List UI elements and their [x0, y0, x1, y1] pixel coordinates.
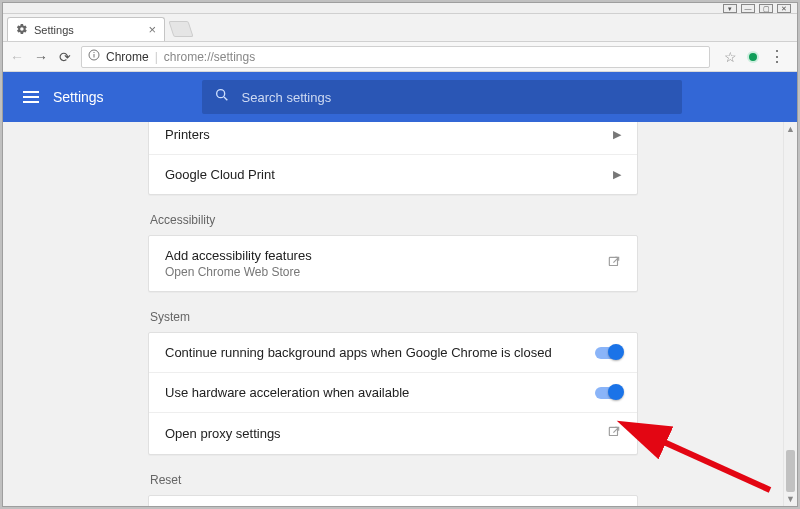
row-background-apps[interactable]: Continue running background apps when Go…	[149, 333, 637, 372]
scroll-track[interactable]	[784, 136, 797, 492]
settings-search[interactable]	[202, 80, 682, 114]
row-printers[interactable]: Printers ▶	[149, 122, 637, 154]
external-link-icon	[607, 425, 621, 442]
tab-strip: Settings ×	[3, 14, 797, 42]
nav-right: ☆ ⋮	[718, 49, 791, 65]
row-hardware-accel[interactable]: Use hardware acceleration when available	[149, 372, 637, 412]
toggle-hardware-accel[interactable]	[595, 387, 621, 399]
site-info-icon[interactable]	[88, 49, 100, 64]
system-card: Continue running background apps when Go…	[148, 332, 638, 455]
settings-title: Settings	[53, 89, 104, 105]
printing-card: Printers ▶ Google Cloud Print ▶	[148, 122, 638, 195]
search-icon	[214, 87, 230, 107]
chrome-window: ▾ — ▢ ✕ Settings × ← → ⟳ Chrome | chrome…	[2, 2, 798, 507]
forward-icon[interactable]: →	[33, 49, 49, 65]
svg-line-4	[224, 97, 227, 100]
row-sublabel: Open Chrome Web Store	[165, 265, 312, 279]
omnibox-url: chrome://settings	[164, 50, 255, 64]
extension-icon[interactable]	[747, 51, 759, 63]
row-add-accessibility[interactable]: Add accessibility features Open Chrome W…	[149, 236, 637, 291]
row-label: Open proxy settings	[165, 426, 281, 441]
row-google-cloud-print[interactable]: Google Cloud Print ▶	[149, 154, 637, 194]
row-reset[interactable]: Reset Restore settings to their original…	[149, 496, 637, 506]
omnibox-origin-label: Chrome	[106, 50, 149, 64]
close-window-button[interactable]: ✕	[777, 4, 791, 13]
settings-header: Settings	[3, 72, 797, 122]
account-button[interactable]: ▾	[723, 4, 737, 13]
row-label: Continue running background apps when Go…	[165, 345, 552, 360]
row-label: Use hardware acceleration when available	[165, 385, 409, 400]
accessibility-card: Add accessibility features Open Chrome W…	[148, 235, 638, 292]
section-heading-reset: Reset	[148, 473, 638, 487]
settings-content: Printers ▶ Google Cloud Print ▶ Accessib…	[3, 122, 797, 506]
scroll-thumb[interactable]	[786, 450, 795, 492]
row-label: Printers	[165, 127, 210, 142]
maximize-button[interactable]: ▢	[759, 4, 773, 13]
minimize-button[interactable]: —	[741, 4, 755, 13]
window-titlebar: ▾ — ▢ ✕	[3, 3, 797, 14]
back-icon[interactable]: ←	[9, 49, 25, 65]
vertical-scrollbar[interactable]: ▲ ▼	[783, 122, 797, 506]
row-proxy-settings[interactable]: Open proxy settings	[149, 412, 637, 454]
close-tab-icon[interactable]: ×	[148, 22, 156, 37]
scroll-up-icon[interactable]: ▲	[784, 122, 797, 136]
scroll-down-icon[interactable]: ▼	[784, 492, 797, 506]
svg-rect-5	[609, 257, 617, 265]
svg-rect-1	[94, 54, 95, 58]
omnibox[interactable]: Chrome | chrome://settings	[81, 46, 710, 68]
section-heading-accessibility: Accessibility	[148, 213, 638, 227]
row-label: Add accessibility features	[165, 248, 312, 263]
reload-icon[interactable]: ⟳	[57, 49, 73, 65]
search-input[interactable]	[242, 90, 670, 105]
svg-rect-6	[609, 427, 617, 435]
svg-point-3	[216, 90, 224, 98]
chevron-right-icon: ▶	[613, 168, 621, 181]
bookmark-star-icon[interactable]: ☆	[724, 49, 737, 65]
tab-settings[interactable]: Settings ×	[7, 17, 165, 41]
chevron-right-icon: ▶	[613, 128, 621, 141]
menu-hamburger-icon[interactable]	[23, 91, 39, 103]
tab-title: Settings	[34, 24, 74, 36]
gear-icon	[16, 23, 28, 37]
external-link-icon	[607, 255, 621, 272]
reset-card: Reset Restore settings to their original…	[148, 495, 638, 506]
svg-rect-2	[94, 52, 95, 53]
new-tab-button[interactable]	[168, 21, 193, 37]
toggle-background-apps[interactable]	[595, 347, 621, 359]
nav-toolbar: ← → ⟳ Chrome | chrome://settings ☆ ⋮	[3, 42, 797, 72]
section-heading-system: System	[148, 310, 638, 324]
row-label: Google Cloud Print	[165, 167, 275, 182]
